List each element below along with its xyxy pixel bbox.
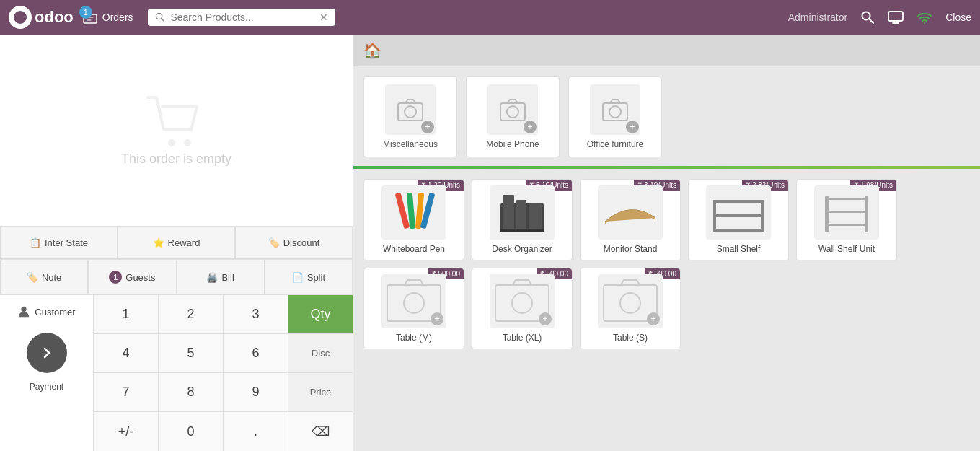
plus-circle-icon4: + <box>431 312 443 325</box>
inter-state-button[interactable]: 📋 Inter State <box>0 227 118 259</box>
product-wall-shelf-unit[interactable]: ₹ 1.98/Units Wall Shelf Unit <box>796 179 897 260</box>
discount-button[interactable]: 🏷️ Discount <box>235 227 353 259</box>
key-price[interactable]: Price <box>288 373 353 411</box>
svg-point-6 <box>924 22 925 23</box>
note-icon: 🏷️ <box>27 272 38 283</box>
key-6[interactable]: 6 <box>224 334 288 372</box>
product-name-wall-shelf: Wall Shelf Unit <box>818 244 875 254</box>
key-3[interactable]: 3 <box>224 295 288 333</box>
svg-rect-29 <box>761 200 764 232</box>
customer-button[interactable]: Customer <box>14 302 78 321</box>
search-clear-button[interactable]: ✕ <box>319 12 328 23</box>
split-icon: 📄 <box>292 272 304 283</box>
products-grid: ₹ 1.20/Units Whiteboard Pen ₹ 5.10/Units <box>353 169 980 359</box>
product-table-m[interactable]: ₹ 500.00 + Table (M) <box>363 268 464 349</box>
payment-button[interactable] <box>27 333 67 373</box>
product-img-table-m: + <box>381 274 446 328</box>
svg-point-7 <box>168 139 175 146</box>
reward-button[interactable]: ⭐ Reward <box>118 227 235 259</box>
orders-button[interactable]: 1 Orders <box>82 10 133 25</box>
product-name-monitor-stand: Monitor Stand <box>604 244 658 254</box>
search-icon <box>155 12 165 22</box>
product-name-desk-organizer: Desk Organizer <box>492 244 552 254</box>
category-name-miscellaneous: Miscellaneous <box>383 139 438 149</box>
product-name-table-xl: Table (XL) <box>503 333 542 343</box>
header: odoo 1 Orders ✕ Administrator <box>0 0 980 35</box>
search-header-icon[interactable] <box>860 10 875 25</box>
product-small-shelf[interactable]: ₹ 2.83/Units Small Shelf <box>688 179 789 260</box>
svg-rect-32 <box>825 198 868 200</box>
product-img-table-xl: + <box>490 274 555 328</box>
product-whiteboard-pen[interactable]: ₹ 1.20/Units Whiteboard Pen <box>363 179 464 260</box>
numpad-area: Customer Payment 1 2 3 Qty 4 5 6 Disc <box>0 294 353 451</box>
categories-row: + Miscellaneous + Mobile Phone <box>353 66 980 157</box>
search-input[interactable] <box>170 12 313 23</box>
search-bar: ✕ <box>148 9 335 26</box>
home-button[interactable]: 🏠 <box>363 42 381 59</box>
wifi-icon[interactable] <box>917 11 932 24</box>
category-miscellaneous[interactable]: + Miscellaneous <box>363 76 457 157</box>
svg-line-4 <box>869 19 873 23</box>
guests-button[interactable]: 1 Guests <box>88 260 176 294</box>
numpad-grid: 1 2 3 Qty 4 5 6 Disc 7 8 9 Price +/- 0 .… <box>94 295 353 451</box>
camera-placeholder-icon <box>396 97 425 123</box>
product-img-monitor-stand <box>598 185 663 240</box>
key-7[interactable]: 7 <box>94 373 158 411</box>
key-backspace[interactable]: ⌫ <box>288 412 353 451</box>
close-button[interactable]: Close <box>945 12 971 23</box>
svg-rect-23 <box>529 203 542 231</box>
svg-point-15 <box>609 106 621 118</box>
header-right: Administrator Close <box>788 10 971 25</box>
svg-point-9 <box>22 307 27 312</box>
key-plusminus[interactable]: +/- <box>94 412 158 451</box>
svg-rect-31 <box>865 196 868 232</box>
product-img-small-shelf <box>706 185 771 240</box>
admin-label: Administrator <box>788 12 847 23</box>
category-mobile-phone[interactable]: + Mobile Phone <box>466 76 560 157</box>
svg-rect-30 <box>825 196 829 232</box>
svg-rect-33 <box>825 211 868 213</box>
key-9[interactable]: 9 <box>224 373 288 411</box>
logo-text: odoo <box>35 8 74 27</box>
note-button[interactable]: 🏷️ Note <box>0 260 88 294</box>
product-img-whiteboard <box>381 185 446 240</box>
plus-circle-icon2: + <box>524 121 537 133</box>
payment-label: Payment <box>30 382 63 392</box>
key-dot[interactable]: . <box>224 412 288 451</box>
breadcrumb-bar: 🏠 <box>353 35 980 66</box>
orders-label: Orders <box>102 12 133 23</box>
key-disc[interactable]: Disc <box>288 334 353 372</box>
product-desk-organizer[interactable]: ₹ 5.10/Units Desk Organizer <box>472 179 573 260</box>
key-8[interactable]: 8 <box>159 373 223 411</box>
key-0[interactable]: 0 <box>159 412 223 451</box>
category-office-furniture[interactable]: + Office furniture <box>568 76 662 157</box>
product-table-xl[interactable]: ₹ 500.00 + Table (XL) <box>472 268 573 349</box>
svg-line-2 <box>162 19 164 22</box>
product-table-s[interactable]: ₹ 500.00 + Table (S) <box>580 268 681 349</box>
right-panel: 🏠 + Miscellaneous <box>353 35 980 451</box>
svg-rect-21 <box>503 195 514 231</box>
key-1[interactable]: 1 <box>94 295 158 333</box>
svg-point-36 <box>404 293 424 313</box>
svg-point-1 <box>156 13 162 19</box>
product-monitor-stand[interactable]: ₹ 3.19/Units Monitor Stand <box>580 179 681 260</box>
empty-order-text: This order is empty <box>121 152 231 167</box>
monitor-icon[interactable] <box>888 11 904 24</box>
bill-button[interactable]: 🖨️ Bill <box>177 260 265 294</box>
customer-icon <box>17 305 30 318</box>
customer-column: Customer Payment <box>0 295 94 451</box>
camera-placeholder-icon3 <box>601 97 630 123</box>
whiteboard-pen-image <box>385 189 443 236</box>
key-2[interactable]: 2 <box>159 295 223 333</box>
category-img-miscellaneous: + <box>385 84 436 135</box>
key-qty[interactable]: Qty <box>288 295 353 333</box>
wall-shelf-image <box>818 189 875 236</box>
product-name-small-shelf: Small Shelf <box>717 244 761 254</box>
svg-point-40 <box>620 293 640 313</box>
odoo-logo[interactable]: odoo <box>9 6 74 29</box>
inter-state-icon: 📋 <box>30 237 41 248</box>
monitor-stand-image <box>601 189 659 236</box>
key-4[interactable]: 4 <box>94 334 158 372</box>
key-5[interactable]: 5 <box>159 334 223 372</box>
split-button[interactable]: 📄 Split <box>265 260 353 294</box>
